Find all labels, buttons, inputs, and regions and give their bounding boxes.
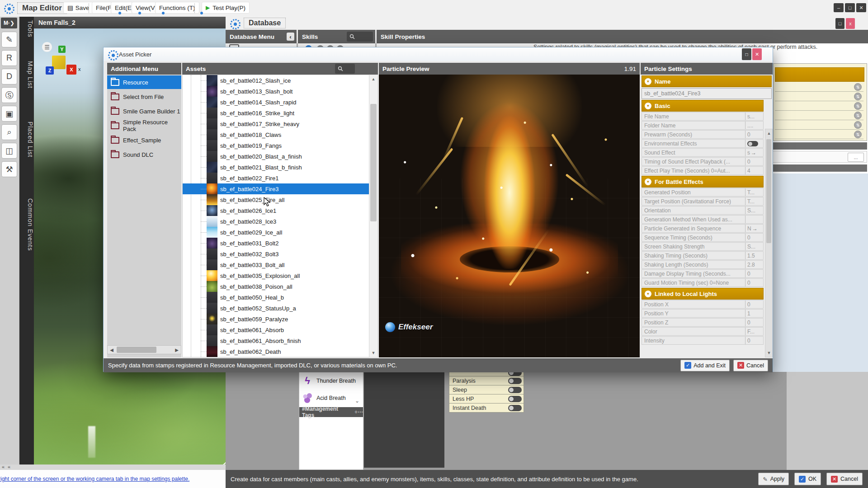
scroll-left-icon[interactable]: «: [2, 464, 5, 469]
database-maximize-button[interactable]: □: [835, 18, 844, 29]
asset-row[interactable]: sb_ef_battle061_Absorb: [183, 324, 377, 335]
scroll-up-icon[interactable]: ▲: [369, 75, 377, 83]
additional-menu-item[interactable]: Select from File: [107, 90, 181, 103]
setting-row[interactable]: Target Position (Gravitational Force) T.…: [642, 197, 764, 206]
scrollbar-thumb[interactable]: [117, 347, 156, 353]
asset-row[interactable]: sb_ef_battle031_Bolt2: [183, 238, 377, 249]
asset-row[interactable]: sb_ef_battle032_Bolt3: [183, 249, 377, 259]
setting-value[interactable]: T... →: [745, 188, 763, 196]
setting-value[interactable]: s... →: [745, 113, 763, 120]
toggle-switch[interactable]: [508, 378, 522, 384]
toolbar-icon[interactable]: ⌕: [1, 124, 17, 140]
asset-row[interactable]: sb_ef_battle061_Absorb_finish: [183, 335, 377, 346]
toolbar-icon[interactable]: D: [1, 69, 17, 84]
additional-menu-item[interactable]: Smile Game Builder 1: [107, 104, 181, 118]
ok-button[interactable]: ✓ OK: [794, 473, 821, 485]
asset-row[interactable]: sb_ef_battle013_Slash_bolt: [183, 86, 377, 97]
asset-row[interactable]: sb_ef_battle038_Poison_all: [183, 281, 377, 292]
asset-row[interactable]: sb_ef_battle052_StatusUp_a: [183, 303, 377, 314]
asset-row[interactable]: sb_ef_battle016_Strike_light: [183, 108, 377, 118]
toggle-switch[interactable]: [508, 387, 522, 393]
setting-row[interactable]: Position X 0 →: [642, 300, 764, 309]
asset-row[interactable]: sb_ef_battle024_Fire3: [183, 183, 377, 194]
setting-row[interactable]: Shaking Length (Seconds) 2.8 →: [642, 260, 764, 269]
setting-value[interactable]: 1 →: [745, 310, 763, 317]
sort-icon[interactable]: ⇅: [854, 112, 862, 119]
asset-row[interactable]: sb_ef_battle059_Paralyze: [183, 314, 377, 324]
scroll-down-icon[interactable]: ▼: [369, 349, 377, 357]
database-close-button[interactable]: x: [846, 18, 855, 29]
setting-value[interactable]: F... →: [745, 328, 763, 335]
additional-menu-item[interactable]: Resource: [107, 75, 181, 89]
setting-value[interactable]: 0 →: [745, 300, 763, 308]
setting-value[interactable]: S... →: [745, 206, 763, 214]
section-name[interactable]: ▼ Name: [642, 75, 772, 87]
setting-row[interactable]: Generation Method When Used as... →: [642, 215, 764, 224]
setting-row[interactable]: File Name s... →: [642, 112, 764, 121]
map-menu-icon[interactable]: ☰: [42, 42, 52, 52]
toggle-switch[interactable]: [747, 141, 758, 146]
dialog-titlebar[interactable]: Asset Picker □ ✕: [104, 47, 773, 61]
side-tab[interactable]: Map List: [19, 61, 34, 89]
sort-icon[interactable]: ⇅: [854, 83, 862, 91]
setting-row[interactable]: Position Y 1 →: [642, 309, 764, 318]
setting-row[interactable]: Prewarm (Seconds) 0 →: [642, 130, 764, 139]
sort-icon[interactable]: ⇅: [854, 131, 862, 138]
setting-row[interactable]: Sequence Timing (Seconds) 0 →: [642, 233, 764, 242]
toolbar-icon[interactable]: ◫: [1, 143, 17, 159]
section-local-lights[interactable]: ▼ Linked to Local Lights: [642, 288, 764, 300]
toggle-switch[interactable]: [508, 405, 522, 411]
setting-row[interactable]: Sound Effect s →: [642, 148, 764, 157]
additional-menu-item[interactable]: Simple Resource Pack: [107, 119, 181, 132]
setting-row[interactable]: Timing of Sound Effect Playback (... 0 →: [642, 157, 764, 166]
setting-row[interactable]: Shaking Timing (Seconds) 1.5 →: [642, 251, 764, 260]
close-button[interactable]: ✕: [856, 3, 866, 12]
setting-value[interactable]: →: [745, 216, 763, 223]
setting-row[interactable]: Effect Play Time (Seconds) 0=Aut... 4 →: [642, 166, 764, 175]
scroll-down-icon[interactable]: ▼: [765, 349, 773, 357]
asset-row[interactable]: sb_ef_battle012_Slash_ice: [183, 75, 377, 86]
asset-row[interactable]: sb_ef_battle025_Fire_all: [183, 194, 377, 205]
skill-list-item[interactable]: Acid Breath: [299, 389, 363, 407]
status-link-text[interactable]: right corner of the screen or the workin…: [0, 476, 189, 482]
dialog-restore-button[interactable]: □: [742, 48, 751, 60]
toggle-switch[interactable]: [508, 372, 522, 376]
setting-row[interactable]: Damage Display Timing (Seconds... 0 →: [642, 269, 764, 278]
add-and-exit-button[interactable]: ✓ Add and Exit: [680, 360, 730, 371]
assets-search-input[interactable]: [335, 64, 355, 74]
particle-preview[interactable]: Effekseer: [379, 75, 640, 357]
skill-list-item[interactable]: ϟ Thunder Breath: [299, 372, 363, 389]
scroll-left-icon[interactable]: «: [8, 464, 10, 469]
more-button[interactable]: ...: [848, 153, 864, 162]
setting-value[interactable]: N →: [745, 225, 763, 232]
setting-value[interactable]: T... →: [745, 197, 763, 205]
setting-value[interactable]: 4 →: [745, 167, 763, 174]
asset-row[interactable]: sb_ef_battle035_Explosion_all: [183, 270, 377, 281]
gizmo-z-axis[interactable]: Z: [46, 66, 54, 75]
setting-value[interactable]: 0 →: [745, 279, 763, 286]
asset-row[interactable]: sb_ef_battle062_Death: [183, 346, 377, 357]
side-tab[interactable]: Common Events: [19, 198, 34, 251]
setting-row[interactable]: Environmental Effects →: [642, 139, 764, 148]
setting-value[interactable]: 1.5 →: [745, 252, 763, 259]
minimize-button[interactable]: –: [834, 3, 844, 12]
assets-scrollbar[interactable]: ▲ ▼: [369, 75, 378, 357]
maximize-button[interactable]: □: [845, 3, 855, 12]
apply-button[interactable]: ✎ Apply: [758, 473, 789, 485]
scrollbar-thumb[interactable]: [766, 139, 771, 243]
scroll-right-icon[interactable]: ▶: [173, 346, 181, 354]
setting-value[interactable]: 0 →: [745, 158, 763, 165]
gizmo-cube[interactable]: [52, 56, 66, 69]
settings-scrollbar[interactable]: ▲ ▼: [765, 129, 773, 357]
toolbar-icon[interactable]: ⚒: [1, 161, 17, 177]
side-tab[interactable]: Tools: [19, 20, 34, 38]
setting-row[interactable]: Orientation S... →: [642, 206, 764, 215]
setting-row[interactable]: Color F... →: [642, 327, 764, 336]
setting-row[interactable]: Generated Position T... →: [642, 188, 764, 197]
toggle-switch[interactable]: [508, 396, 522, 402]
scroll-down-icon[interactable]: ⌄: [355, 398, 359, 404]
setting-value[interactable]: 0 →: [745, 337, 763, 344]
section-battle-effects[interactable]: ▼ For Battle Effects: [642, 176, 764, 188]
asset-row[interactable]: sb_ef_battle018_Claws: [183, 129, 377, 140]
asset-row[interactable]: sb_ef_battle026_Ice1: [183, 205, 377, 216]
